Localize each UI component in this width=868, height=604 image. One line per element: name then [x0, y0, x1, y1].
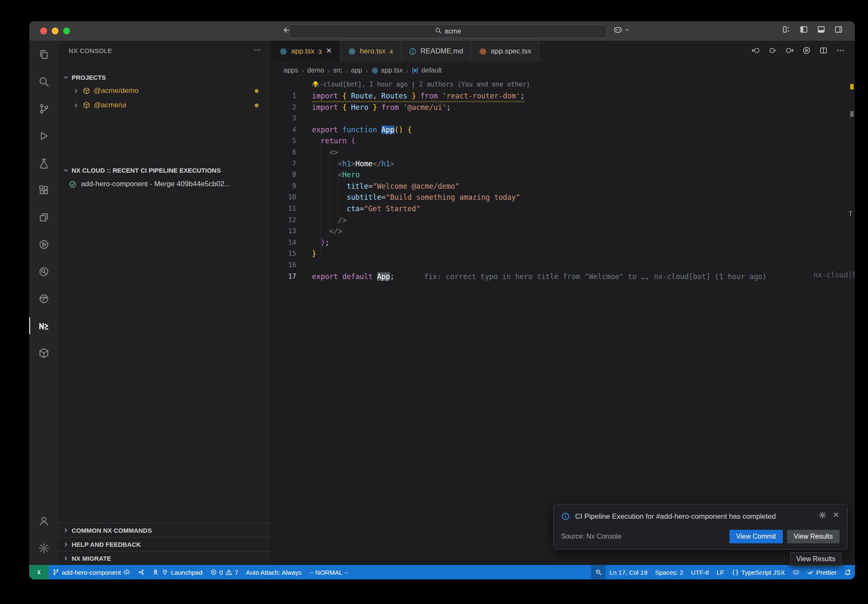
project-item[interactable]: @acme/demo [58, 84, 271, 98]
activity-bar-item-windows[interactable] [29, 204, 58, 231]
nav-forward-ref-button[interactable] [785, 46, 794, 56]
toggle-panel-button[interactable] [817, 25, 826, 36]
status-item-nx-pipeline[interactable] [134, 565, 148, 579]
status-item-problems[interactable]: 07 [206, 565, 242, 579]
close-icon[interactable] [326, 47, 332, 54]
code-line[interactable]: 16 [272, 260, 855, 271]
breadcrumb[interactable]: apps›demo›src›app›app.tsx›default [272, 62, 855, 79]
customize-layout-button[interactable] [782, 25, 791, 36]
status-item-eol[interactable]: LF [713, 565, 728, 579]
status-item-git-branch[interactable]: add-hero-component [49, 565, 134, 579]
activity-bar-item-source-control[interactable] [29, 95, 58, 122]
nav-back-ref-button[interactable] [751, 46, 760, 56]
status-item-language-mode[interactable]: {}TypeScript JSX [728, 565, 788, 579]
collapsed-section-help-and-feedback[interactable]: HELP AND FEEDBACK [58, 537, 271, 551]
breadcrumb-item-app[interactable]: app [351, 67, 362, 74]
tab-app-tsx[interactable]: app.tsx3 [272, 41, 340, 62]
toggle-secondary-sidebar-button[interactable] [834, 25, 843, 36]
status-item-notifications-bell[interactable] [840, 565, 855, 579]
breadcrumb-item-src[interactable]: src [333, 67, 342, 74]
gear-icon[interactable] [818, 511, 826, 523]
status-item-copilot[interactable] [789, 565, 803, 579]
minimize-window-button[interactable] [52, 28, 58, 34]
activity-bar-item-extensions[interactable] [29, 176, 58, 204]
breadcrumb-item-apps[interactable]: apps [284, 67, 298, 74]
activity-bar-item-settings[interactable] [29, 534, 58, 562]
activity-bar-item-search-preview[interactable] [29, 258, 58, 285]
collapsed-section-nx-migrate[interactable]: NX MIGRATE [58, 551, 271, 565]
activity-bar-item-testing[interactable] [29, 149, 58, 176]
activity-bar-item-nx-console[interactable] [29, 312, 58, 339]
code-line[interactable]: 1import { Route, Routes } from 'react-ro… [272, 90, 855, 102]
activity-bar-item-search[interactable] [29, 68, 58, 95]
activity-bar-item-explorer[interactable] [29, 41, 58, 68]
tab-bar: app.tsx3hero.tsx4README.mdapp.spec.tsx [272, 41, 855, 62]
tab-close-button[interactable] [326, 47, 332, 56]
code-token: > [351, 159, 355, 168]
code-editor[interactable]: nx-cloud[bot], 1 hour ago | 2 authors (Y… [272, 79, 855, 565]
code-line[interactable]: 17export default App;fix: correct typo i… [272, 271, 855, 282]
code-line[interactable]: 3 [272, 113, 855, 124]
status-item-cursor-position[interactable]: Ln 17, Col 19 [606, 565, 651, 579]
activity-bar-item-package-explorer[interactable] [29, 339, 58, 366]
chevron-right-icon [63, 555, 69, 562]
pipeline-execution-item[interactable]: add-hero-component - Merge 409b44e5cb02.… [58, 176, 271, 192]
code-line[interactable]: 9 title="Welcome @acme/demo" [272, 181, 855, 192]
close-window-button[interactable] [40, 28, 47, 34]
projects-section-header[interactable]: PROJECTS [58, 71, 271, 84]
tab-README-md[interactable]: README.md [401, 41, 471, 62]
code-line[interactable]: 12 /> [272, 215, 855, 226]
ellipsis-button[interactable] [836, 46, 845, 56]
code-line[interactable]: 4export function App() { [272, 124, 855, 136]
notification-source: Source: Nx Console [561, 533, 725, 540]
code-line[interactable]: 11 cta="Get Started" [272, 203, 855, 215]
activity-bar-item-nx-cloud-circle[interactable] [29, 231, 58, 258]
code-line[interactable]: 14 ); [272, 237, 855, 249]
breadcrumb-item-app-tsx[interactable]: app.tsx [371, 67, 403, 74]
collapsed-section-common-nx-commands[interactable]: COMMON NX COMMANDS [58, 523, 271, 537]
tab-label: app.tsx [291, 47, 314, 56]
split-editor-button[interactable] [819, 46, 828, 56]
tab-hero-tsx[interactable]: hero.tsx4 [340, 41, 401, 62]
code-line[interactable]: 2import { Hero } from '@acme/ui'; [272, 102, 855, 113]
lightbulb-icon[interactable] [312, 80, 319, 91]
status-item-indentation[interactable]: Spaces: 2 [651, 565, 687, 579]
code-line[interactable]: 8 <Hero [272, 169, 855, 181]
code-line[interactable]: 5 return ( [272, 135, 855, 147]
nx-cloud-section-header[interactable]: NX CLOUD :: RECENT CI PIPELINE EXECUTION… [58, 164, 271, 176]
status-item-zoom[interactable] [591, 565, 606, 579]
code-line[interactable]: 10 subtitle="Build something amazing tod… [272, 192, 855, 203]
more-actions-icon[interactable] [253, 46, 261, 55]
code-line[interactable]: 7 <h1>Home</h1> [272, 158, 855, 170]
code-line[interactable]: 15} [272, 248, 855, 260]
status-item-formatter[interactable]: Prettier [803, 565, 840, 579]
view-commit-button[interactable]: View Commit [729, 530, 783, 543]
info-icon [561, 512, 570, 521]
breadcrumb-item-demo[interactable]: demo [307, 67, 324, 74]
command-center-search[interactable]: acme [289, 25, 607, 38]
activity-bar-item-edge-browser[interactable] [29, 285, 58, 312]
tab-app-spec-tsx[interactable]: app.spec.tsx [471, 41, 539, 62]
toggle-sidebar-button[interactable] [799, 25, 808, 36]
maximize-window-button[interactable] [63, 28, 70, 34]
status-item-launchpad[interactable]: Launchpad [148, 565, 206, 579]
gear-icon[interactable] [818, 511, 826, 519]
status-item-auto-attach[interactable]: Auto Attach: Always [242, 565, 306, 579]
nav-ref-button[interactable] [768, 46, 777, 56]
project-item[interactable]: @acme/ui [58, 98, 271, 112]
activity-bar-item-run-debug[interactable] [29, 122, 58, 149]
close-icon[interactable] [832, 511, 840, 523]
copilot-menu-button[interactable] [613, 25, 630, 36]
breadcrumb-item-default[interactable]: default [412, 67, 442, 74]
run-circle-button[interactable] [802, 46, 811, 56]
status-item-remote-indicator[interactable] [29, 565, 49, 579]
view-results-button[interactable]: View Results [787, 530, 840, 543]
ellipsis-icon[interactable] [253, 46, 261, 54]
code-line[interactable]: 6 <> [272, 147, 855, 158]
close-icon[interactable] [832, 511, 840, 518]
activity-bar-item-account[interactable] [29, 507, 58, 534]
status-item-encoding[interactable]: UTF-8 [687, 565, 713, 579]
status-item-vim-mode[interactable]: -- NORMAL -- [306, 565, 352, 579]
code-line[interactable]: 13 </> [272, 226, 855, 237]
pipeline-icon [138, 569, 145, 576]
